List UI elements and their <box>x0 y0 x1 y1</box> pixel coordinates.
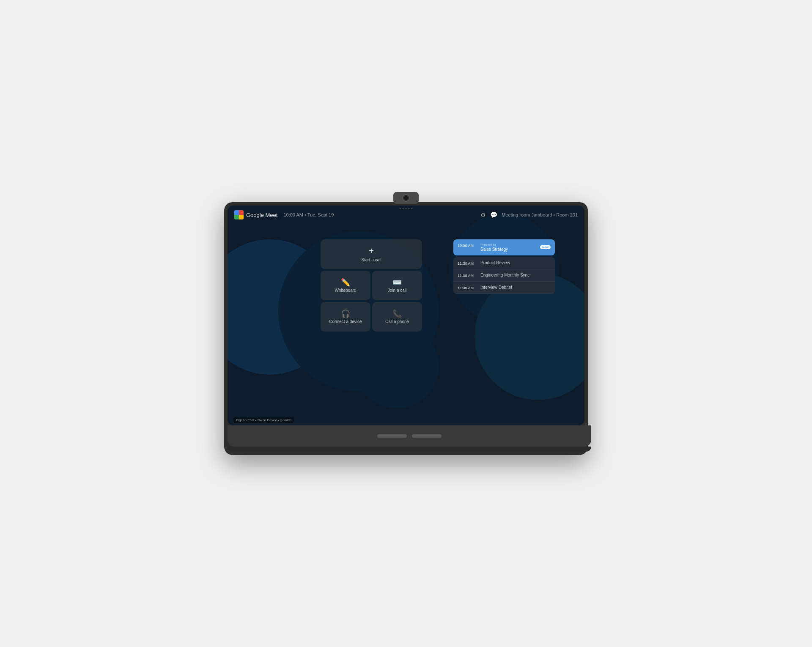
google-meet-logo: Google Meet <box>234 210 277 219</box>
calendar-event-1[interactable]: 11:30 AM Product Review <box>453 257 555 269</box>
cal-title-3: Interview Debrief <box>480 285 551 290</box>
whiteboard-label: Whiteboard <box>335 288 356 293</box>
calendar-panel: 10:00 AM Present to Sales Strategy Now 1… <box>453 239 555 294</box>
stand-bottom <box>228 447 591 452</box>
cal-title-0: Sales Strategy <box>480 247 536 252</box>
cal-title-2: Engineering Monthly Sync <box>480 273 551 277</box>
actions-panel: + Start a call ✏️ Whiteboard ⌨️ Join a c… <box>321 239 422 332</box>
inactive-events: 11:30 AM Product Review 11:30 AM Enginee… <box>453 257 555 294</box>
status-text: Pigeon Post • Owen Davey • g.co/ide <box>233 417 294 423</box>
now-badge: Now <box>540 245 551 249</box>
header-left: Google Meet 10:00 AM • Tue, Sept 19 <box>234 210 334 219</box>
camera <box>393 192 419 204</box>
camera-lens-inner <box>404 196 408 200</box>
room-info: Meeting room Jamboard • Room 201 <box>502 212 578 217</box>
meet-icon-q4 <box>239 215 244 219</box>
connect-device-button[interactable]: 🎧 Connect a device <box>321 302 370 332</box>
device-wrapper: Google Meet 10:00 AM • Tue, Sept 19 ⚙ 💬 … <box>224 192 588 455</box>
connect-device-icon: 🎧 <box>341 310 350 318</box>
calendar-event-3[interactable]: 11:30 AM Interview Debrief <box>453 282 555 294</box>
action-btns-row-1: ✏️ Whiteboard ⌨️ Join a call <box>321 271 422 300</box>
meet-icon-q1 <box>234 210 239 215</box>
cal-presenter-0: Present to <box>480 243 536 247</box>
settings-icon[interactable]: ⚙ <box>480 211 486 218</box>
header-right: ⚙ 💬 Meeting room Jamboard • Room 201 <box>480 211 578 218</box>
cal-time-3: 11:30 AM <box>458 285 476 290</box>
cal-time-1: 11:30 AM <box>458 260 476 266</box>
feedback-icon[interactable]: 💬 <box>490 211 497 218</box>
plus-icon: + <box>369 246 374 256</box>
status-bar: Pigeon Post • Owen Davey • g.co/ide <box>233 415 294 423</box>
whiteboard-button[interactable]: ✏️ Whiteboard <box>321 271 370 300</box>
header-bar: Google Meet 10:00 AM • Tue, Sept 19 ⚙ 💬 … <box>228 206 584 224</box>
join-call-label: Join a call <box>388 288 406 293</box>
cal-details-0: Present to Sales Strategy <box>480 243 536 252</box>
stand-stylus-right <box>412 434 442 438</box>
join-call-button[interactable]: ⌨️ Join a call <box>372 271 422 300</box>
cal-details-1: Product Review <box>480 260 551 265</box>
cal-time-2: 11:30 AM <box>458 273 476 278</box>
cal-details-2: Engineering Monthly Sync <box>480 273 551 277</box>
start-call-button[interactable]: + Start a call <box>321 239 422 269</box>
stand <box>228 425 591 447</box>
join-call-icon: ⌨️ <box>392 279 402 286</box>
monitor: Google Meet 10:00 AM • Tue, Sept 19 ⚙ 💬 … <box>224 202 588 455</box>
cal-time-0: 10:00 AM <box>458 243 476 248</box>
call-phone-button[interactable]: 📞 Call a phone <box>372 302 422 332</box>
calendar-event-2[interactable]: 11:30 AM Engineering Monthly Sync <box>453 269 555 282</box>
action-btns-row-2: 🎧 Connect a device 📞 Call a phone <box>321 302 422 332</box>
meet-icon-q3 <box>234 215 239 219</box>
call-phone-label: Call a phone <box>385 319 409 324</box>
whiteboard-icon: ✏️ <box>341 279 350 286</box>
meet-icon <box>234 210 244 219</box>
start-call-label: Start a call <box>361 258 381 262</box>
meet-icon-q2 <box>239 210 244 215</box>
cal-details-3: Interview Debrief <box>480 285 551 290</box>
bg-circle-5 <box>354 324 439 408</box>
cal-title-1: Product Review <box>480 260 551 265</box>
meet-icon-inner <box>234 210 244 219</box>
stand-stylus-left <box>377 434 407 438</box>
connect-device-label: Connect a device <box>329 319 362 324</box>
app-name: Google Meet <box>246 212 277 218</box>
camera-lens <box>402 194 410 202</box>
calendar-event-active[interactable]: 10:00 AM Present to Sales Strategy Now <box>453 239 555 255</box>
screen: Google Meet 10:00 AM • Tue, Sept 19 ⚙ 💬 … <box>228 206 584 425</box>
header-time: 10:00 AM • Tue, Sept 19 <box>283 212 334 217</box>
call-phone-icon: 📞 <box>392 310 402 318</box>
